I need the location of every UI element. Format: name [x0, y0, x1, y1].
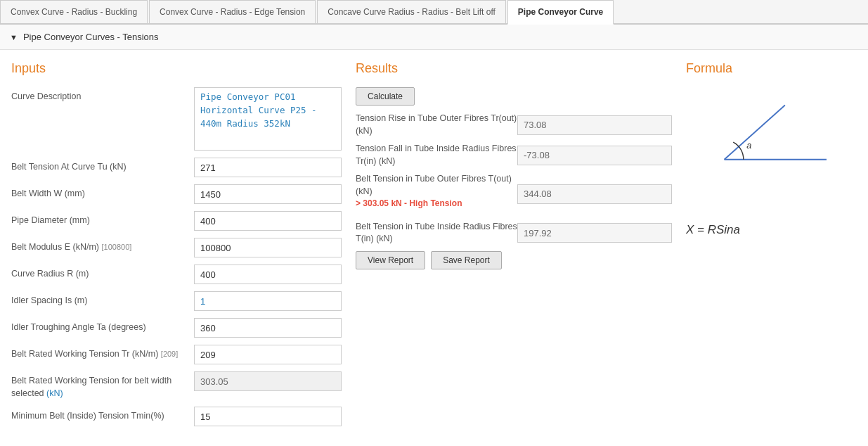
high-tension-message: > 303.05 kN - High Tension: [356, 198, 517, 210]
label-belt-width: Belt Width W (mm): [11, 184, 194, 200]
results-title: Results: [356, 61, 672, 76]
chevron-icon: ▼: [10, 33, 18, 42]
inputs-panel: Inputs Curve Description Pipe Conveyor P…: [11, 61, 342, 433]
tab-convex-buckling[interactable]: Convex Curve - Radius - Buckling: [0, 0, 148, 23]
label-min-belt: Minimum Belt (Inside) Tension Tmin(%): [11, 407, 194, 423]
field-row-belt-modulus: Belt Modulus E (kN/m) [100800]: [11, 238, 342, 257]
save-report-button[interactable]: Save Report: [431, 251, 502, 269]
field-row-idler-troughing: Idler Troughing Angle Ta (degrees): [11, 318, 342, 338]
tab-concave-belt-liftoff[interactable]: Concave Curve Radius - Radius - Belt Lif…: [317, 0, 506, 23]
tab-convex-edge-tension[interactable]: Convex Curve - Radius - Edge Tension: [149, 0, 316, 23]
formula-panel: Formula a X = RSina: [686, 61, 857, 433]
label-belt-rated: Belt Rated Working Tension Tr (kN/m) [20…: [11, 345, 194, 361]
field-row-curve-radius: Curve Radius R (m): [11, 265, 342, 284]
input-pipe-diameter[interactable]: [194, 211, 342, 231]
input-belt-rated-width: [194, 371, 342, 391]
formula-equation: X = RSina: [686, 223, 857, 237]
field-row-idler-spacing: Idler Spacing Is (m): [11, 291, 342, 311]
result-label-belt-tension-inner: Belt Tension in Tube Inside Radius Fibre…: [356, 221, 517, 246]
input-curve-radius[interactable]: [194, 265, 342, 284]
belt-rated-extra: [209]: [161, 350, 178, 358]
field-row-pipe-diameter: Pipe Diameter (mm): [11, 211, 342, 231]
results-panel: Results Calculate Tension Rise in Tube O…: [356, 61, 672, 433]
svg-text:a: a: [746, 140, 751, 151]
input-idler-spacing[interactable]: [194, 291, 342, 311]
svg-line-1: [725, 105, 785, 159]
input-curve-desc[interactable]: Pipe Conveyor PC01 Horizontal Curve P25 …: [194, 87, 342, 151]
label-idler-spacing: Idler Spacing Is (m): [11, 291, 194, 307]
result-label-tension-rise: Tension Rise in Tube Outer Fibres Tr(out…: [356, 113, 517, 137]
label-curve-radius: Curve Radius R (m): [11, 265, 194, 281]
label-curve-desc: Curve Description: [11, 87, 194, 103]
label-belt-tension: Belt Tension At Curve Tu (kN): [11, 158, 194, 174]
calculate-button[interactable]: Calculate: [356, 87, 415, 106]
formula-diagram: a: [686, 87, 827, 200]
field-row-min-belt: Minimum Belt (Inside) Tension Tmin(%): [11, 407, 342, 426]
result-value-belt-tension-inner: [517, 223, 672, 243]
label-belt-modulus: Belt Modulus E (kN/m) [100800]: [11, 238, 194, 254]
field-row-belt-tension: Belt Tension At Curve Tu (kN): [11, 158, 342, 177]
result-row-tension-fall: Tension Fall in Tube Inside Radius Fibre…: [356, 143, 672, 167]
result-value-belt-tension-outer: [517, 184, 672, 204]
input-belt-modulus[interactable]: [194, 238, 342, 257]
result-label-belt-tension-outer: Belt Tension in Tube Outer Fibres T(out)…: [356, 173, 517, 215]
tabs-bar: Convex Curve - Radius - Buckling Convex …: [0, 0, 868, 25]
formula-title: Formula: [686, 61, 857, 76]
tab-pipe-conveyor-curve[interactable]: Pipe Conveyor Curve: [507, 0, 614, 25]
section-header: ▼ Pipe Conveyor Curves - Tensions: [0, 25, 868, 50]
result-value-tension-rise: [517, 115, 672, 135]
input-belt-rated[interactable]: [194, 345, 342, 364]
result-row-belt-tension-inner: Belt Tension in Tube Inside Radius Fibre…: [356, 221, 672, 246]
result-row-tension-rise: Tension Rise in Tube Outer Fibres Tr(out…: [356, 113, 672, 137]
report-buttons: View Report Save Report: [356, 251, 672, 276]
result-row-belt-tension-outer: Belt Tension in Tube Outer Fibres T(out)…: [356, 173, 672, 215]
field-row-belt-width: Belt Width W (mm): [11, 184, 342, 204]
field-row-belt-rated: Belt Rated Working Tension Tr (kN/m) [20…: [11, 345, 342, 364]
label-idler-troughing: Idler Troughing Angle Ta (degrees): [11, 318, 194, 334]
field-row-curve-desc: Curve Description Pipe Conveyor PC01 Hor…: [11, 87, 342, 151]
inputs-title: Inputs: [11, 61, 342, 76]
result-label-tension-fall: Tension Fall in Tube Inside Radius Fibre…: [356, 143, 517, 167]
input-belt-tension[interactable]: [194, 158, 342, 177]
input-idler-troughing[interactable]: [194, 318, 342, 338]
belt-rated-width-blue: (kN): [46, 388, 63, 398]
label-pipe-diameter: Pipe Diameter (mm): [11, 211, 194, 227]
result-value-tension-fall: [517, 146, 672, 165]
field-row-belt-rated-width: Belt Rated Working Tension for belt widt…: [11, 371, 342, 400]
input-belt-width[interactable]: [194, 184, 342, 204]
main-content: Inputs Curve Description Pipe Conveyor P…: [0, 50, 868, 445]
label-belt-rated-width: Belt Rated Working Tension for belt widt…: [11, 371, 194, 400]
belt-modulus-extra: [100800]: [102, 243, 132, 251]
input-min-belt[interactable]: [194, 407, 342, 426]
view-report-button[interactable]: View Report: [356, 251, 425, 269]
